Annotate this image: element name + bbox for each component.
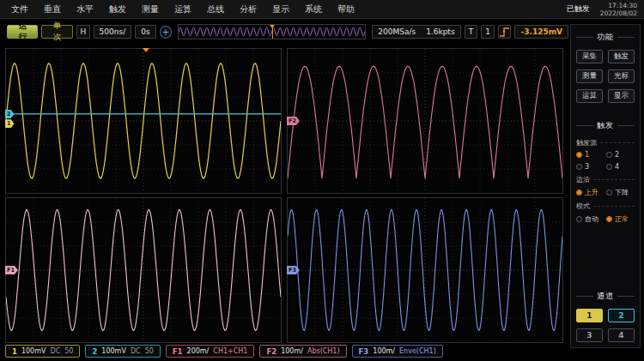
trigger-state-label: 已触发 xyxy=(567,3,590,15)
math-f1-status[interactable]: F1 200m/ CH1+CH1 xyxy=(166,345,255,358)
fn-math-button[interactable]: 运算 xyxy=(576,89,603,103)
source-4-radio[interactable]: 4 xyxy=(606,163,635,171)
date-label: 2022/08/02 xyxy=(600,9,637,17)
edge-rising-radio[interactable]: 上升 xyxy=(576,188,605,197)
math-expression: Enve(CH1) xyxy=(399,347,436,355)
acquisition-info: 200MSa/s 1.6kpts xyxy=(372,25,460,39)
menu-bus[interactable]: 总线 xyxy=(199,0,232,19)
channel-scale: 100mV xyxy=(101,347,126,355)
math-scale: 200m/ xyxy=(187,347,210,355)
source-3-radio[interactable]: 3 xyxy=(576,163,605,171)
horizontal-position[interactable]: 0s xyxy=(135,25,155,39)
channel-coupling: DC xyxy=(50,347,60,355)
radio-label: 正常 xyxy=(615,214,629,224)
fn-cursor-button[interactable]: 光标 xyxy=(608,69,635,83)
mode-auto-radio[interactable]: 自动 xyxy=(576,214,605,224)
clock: 17:14:30 2022/08/02 xyxy=(600,2,637,17)
control-sidebar: 功能 采集 触发 测量 光标 运算 显示 触发 触发源 1 2 xyxy=(570,24,641,348)
channel-4-button[interactable]: 4 xyxy=(608,328,635,342)
menu-horizontal[interactable]: 水平 xyxy=(69,0,101,19)
radio-dot-icon xyxy=(576,164,582,170)
mode-normal-radio[interactable]: 正常 xyxy=(606,214,635,224)
menu-system[interactable]: 系统 xyxy=(297,0,330,19)
sample-rate-value: 200MSa/s xyxy=(378,27,416,36)
math-expression: CH1+CH1 xyxy=(213,347,247,355)
preview-trigger-flag-icon xyxy=(270,25,275,28)
trigger-section-title: 触发 xyxy=(576,120,635,131)
channel-id: 1 xyxy=(12,347,17,356)
run-button[interactable]: 运行 xyxy=(7,25,38,39)
acquisition-toolbar: 运行 单次 H 500ns/ 0s + 200MSa/s 1.6kpts T 1… xyxy=(0,19,568,45)
mode-label: 模式 xyxy=(576,202,635,211)
radio-label: 3 xyxy=(585,163,589,171)
trigger-source-label: 触发源 xyxy=(576,138,635,147)
fn-measure-button[interactable]: 测量 xyxy=(576,69,603,83)
waveform-grid: 21 F2 F1 F3 xyxy=(3,45,567,345)
radio-dot-icon xyxy=(606,216,612,222)
edge-options: 上升 下降 xyxy=(576,188,635,197)
edge-label: 边沿 xyxy=(576,175,635,184)
waveform-panel-f3[interactable]: F3 xyxy=(287,197,563,343)
waveform-panel-f1[interactable]: F1 xyxy=(5,197,282,343)
math-f2-status[interactable]: F2 100m/ Abs(CH1) xyxy=(259,345,346,358)
waveform-canvas xyxy=(288,198,562,342)
math-expression: Abs(CH1) xyxy=(307,347,340,355)
zoom-add-icon[interactable]: + xyxy=(160,26,173,39)
trigger-level-value[interactable]: -3.125mV xyxy=(514,25,568,39)
radio-dot-icon xyxy=(606,152,612,158)
waveform-panel-ch1-ch2[interactable]: 21 xyxy=(5,48,282,194)
menu-math[interactable]: 运算 xyxy=(167,0,199,19)
trigger-badge: T xyxy=(465,25,478,39)
timebase-value[interactable]: 500ns/ xyxy=(94,25,132,39)
single-button[interactable]: 单次 xyxy=(41,25,72,39)
source-1-radio[interactable]: 1 xyxy=(576,151,605,159)
source-2-radio[interactable]: 2 xyxy=(606,151,635,159)
waveform-panel-f2[interactable]: F2 xyxy=(287,48,563,194)
waveform-canvas xyxy=(6,198,281,342)
menu-help[interactable]: 帮助 xyxy=(330,0,362,19)
channel-impedance: 50 xyxy=(64,347,73,355)
menu-bar: 文件 垂直 水平 触发 测量 运算 总线 分析 显示 系统 帮助 已触发 17:… xyxy=(0,0,644,19)
memory-depth-value: 1.6kpts xyxy=(426,27,454,36)
channel1-status[interactable]: 1 100mV DC 50 xyxy=(5,345,80,358)
radio-label: 4 xyxy=(615,163,619,171)
horizontal-badge: H xyxy=(76,25,90,39)
radio-dot-icon xyxy=(606,164,612,170)
rising-edge-icon[interactable] xyxy=(498,25,512,39)
menu-vertical[interactable]: 垂直 xyxy=(36,0,69,19)
fn-trigger-button[interactable]: 触发 xyxy=(608,50,635,63)
radio-label: 1 xyxy=(585,151,589,159)
function-buttons: 采集 触发 测量 光标 运算 显示 xyxy=(576,50,635,103)
edge-falling-radio[interactable]: 下降 xyxy=(606,188,635,197)
math-f3-status[interactable]: F3 100m/ Enve(CH1) xyxy=(352,345,443,358)
channel-scale: 100mV xyxy=(21,347,46,355)
trigger-position-marker[interactable] xyxy=(143,48,149,52)
fn-acquire-button[interactable]: 采集 xyxy=(576,50,603,63)
channel2-status[interactable]: 2 100mV DC 50 xyxy=(85,345,160,358)
menu-analyze[interactable]: 分析 xyxy=(232,0,264,19)
menu-file[interactable]: 文件 xyxy=(3,0,36,19)
radio-dot-icon xyxy=(576,190,582,196)
trigger-section: 触发 触发源 1 2 3 4 边沿 xyxy=(576,115,635,226)
fn-display-button[interactable]: 显示 xyxy=(608,89,635,103)
function-section-title: 功能 xyxy=(576,32,635,43)
mode-options: 自动 正常 xyxy=(576,214,635,224)
time-label: 17:14:30 xyxy=(600,2,637,9)
channel-2-button[interactable]: 2 xyxy=(608,309,635,322)
menu-measure[interactable]: 测量 xyxy=(134,0,167,19)
math-scale: 100m/ xyxy=(281,347,303,355)
oscilloscope-app: 文件 垂直 水平 触发 测量 运算 总线 分析 显示 系统 帮助 已触发 17:… xyxy=(0,0,644,361)
channel-1-button[interactable]: 1 xyxy=(576,309,603,322)
math-id: F3 xyxy=(359,347,369,356)
waveform-canvas xyxy=(6,49,281,193)
channel-3-button[interactable]: 3 xyxy=(576,328,603,342)
menu-trigger[interactable]: 触发 xyxy=(101,0,134,19)
menu-display[interactable]: 显示 xyxy=(264,0,297,19)
channel-status-bar: 1 100mV DC 50 2 100mV DC 50 F1 200m/ CH1… xyxy=(5,345,443,358)
channel-id: 2 xyxy=(92,347,97,356)
radio-dot-icon xyxy=(606,190,612,196)
radio-label: 下降 xyxy=(615,188,629,197)
radio-dot-icon xyxy=(576,152,582,158)
waveform-preview-strip[interactable] xyxy=(178,24,366,39)
trigger-source-badge[interactable]: 1 xyxy=(481,25,495,39)
